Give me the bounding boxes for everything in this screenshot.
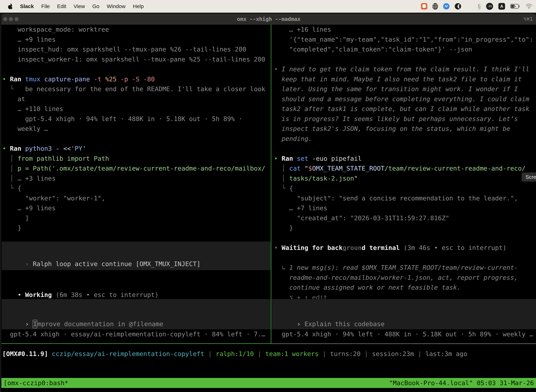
terminal-line — [2, 134, 270, 144]
terminal-line: at — [2, 94, 270, 104]
terminal-line: … +7 lines — [274, 203, 536, 213]
text-segment: "created_at": "2026-03-31T11:59:27.816Z" — [274, 215, 449, 222]
text-segment: tmux — [25, 75, 44, 83]
input-source-icon[interactable]: A — [498, 3, 505, 10]
text-segment: turns:20 — [330, 350, 360, 357]
terminal-line: │ cat "$OMX_TEAM_STATE_ROOT/team/review-… — [274, 163, 536, 173]
omx-status-line: [OMX#0.11.9] cczip/essay/ai-reimplementa… — [2, 349, 467, 359]
terminal-line: • Ran tmux capture-pane -t %25 -p -S -80 — [2, 74, 270, 84]
terminal-line — [2, 64, 270, 74]
usage-badge-icon[interactable]: ..61 — [486, 3, 493, 10]
text-segment: -t — [94, 75, 105, 83]
text-segment: should send a message before completing … — [274, 95, 529, 103]
terminal-line: is in progress? It seems likely but perh… — [274, 114, 536, 124]
terminal-line: • Ran python3 - <<'PY' — [2, 144, 270, 154]
terminal-line: weekly … — [2, 124, 270, 134]
terminal-line: } — [2, 223, 270, 233]
dots-grid-icon[interactable] — [466, 3, 472, 9]
text-segment: capture-pane — [44, 75, 94, 83]
terminal-line: inspect_hud: omx sparkshell --tmux-pane … — [2, 44, 270, 54]
text-segment: pending. — [274, 135, 312, 142]
tmux-status-bar: [omx-cczip0:bash* "MacBook-Pro-44.local"… — [1, 378, 536, 388]
menu-file[interactable]: File — [41, 3, 50, 9]
input-placeholder: mprove documentation in @filename — [38, 320, 163, 327]
terminal-line: inspect_worker-1: omx sparkshell --tmux-… — [2, 54, 270, 65]
text-segment: at — [2, 95, 25, 103]
left-pane-active-border — [1, 343, 271, 344]
text-segment: • — [274, 155, 282, 162]
terminal-line: • I need to get the claim token from the… — [274, 64, 536, 74]
menu-view[interactable]: View — [73, 3, 85, 9]
apple-menu-icon[interactable] — [8, 4, 13, 9]
text-segment: I need to get the claim token from the c… — [282, 65, 529, 73]
text-segment: readme-and-reco/mailbox/worker-1.json, a… — [274, 274, 518, 281]
menu-go[interactable]: Go — [92, 3, 99, 9]
menu-window[interactable]: Window — [107, 3, 125, 9]
window-shortcut-hint: ⌥⌘1 — [523, 14, 533, 25]
text-segment: /team/review-current-readme-and-reco/ — [385, 165, 526, 172]
terminal-line: readme-and-reco/mailbox/worker-1.json, a… — [274, 273, 536, 283]
text-segment: | — [254, 350, 265, 357]
screen-tooltip: Scre — [522, 173, 536, 182]
pane-divider[interactable] — [271, 25, 271, 343]
terminal-line: '{"team_name":"my-team","task_id":"1","f… — [274, 35, 536, 45]
right-pane-border — [271, 344, 536, 344]
text-segment: … +110 lines — [2, 105, 63, 112]
left-prompt-input[interactable]: › Improve documentation in @filename — [2, 299, 271, 329]
text-segment: inspect_hud: omx sparkshell --tmux-pane … — [2, 46, 246, 53]
window-title: omx --xhigh --madmax — [1, 14, 536, 25]
wifi-icon[interactable] — [526, 4, 532, 9]
text-segment: │ — [2, 165, 18, 172]
terminal-line: │ tasks/task-2.json" — [274, 173, 536, 183]
text-segment: … +3 lines — [18, 175, 56, 182]
tmux-host-clock: "MacBook-Pro-44.local" 05:03 31-Mar-26 — [389, 378, 534, 388]
terminal-line: … +110 lines — [2, 104, 270, 114]
text-segment: } — [2, 224, 21, 232]
screenshot-app-icon[interactable] — [421, 3, 427, 9]
right-model-status: gpt-5.4 xhigh · 94% left · 488K in · 5.1… — [274, 329, 533, 339]
terminal-line: └ { — [2, 183, 270, 193]
text-segment: | — [414, 350, 425, 357]
text-segment: └ — [2, 185, 18, 192]
text-segment: gpt-5.4 xhigh · 94% left · 488K in · 5.1… — [2, 115, 242, 122]
text-segment: "completed","claim_token":"claim-token"}… — [274, 46, 472, 53]
text-segment: -euo pipefail — [312, 155, 362, 162]
prompt-chevron-icon: › — [297, 320, 304, 327]
banner-prompt-icon: › — [25, 260, 33, 267]
terminal-line — [274, 253, 536, 263]
battery-charging-icon[interactable] — [510, 4, 520, 9]
menu-help[interactable]: Help — [133, 3, 144, 9]
text-segment: workspace_mode: worktree — [2, 26, 109, 33]
text-segment: └ — [2, 85, 25, 93]
clip-squiggle-icon[interactable]: § — [478, 3, 481, 10]
text-segment: └ — [274, 185, 289, 192]
text-segment: " — [354, 175, 358, 182]
terminal-line: ] — [2, 213, 270, 223]
ralph-banner: › Ralph loop active continue [OMX_TMUX_I… — [2, 242, 271, 270]
terminal-line: • Ran set -euo pipefail — [274, 154, 536, 164]
sync-badge-icon[interactable] — [443, 3, 450, 9]
text-segment: groun — [343, 244, 362, 251]
terminal-line: … +9 lines — [2, 203, 270, 213]
privacy-shield-icon[interactable] — [433, 3, 438, 9]
text-segment: OMX_TEAM_STATE_ROOT — [312, 165, 385, 172]
text-cursor: I — [33, 320, 37, 328]
menu-edit[interactable]: Edit — [57, 3, 66, 9]
terminal-line: │ p = Path('.omx/state/team/review-curre… — [2, 163, 270, 173]
terminal-line — [274, 54, 536, 65]
terminal-window: omx --xhigh --madmax ⌥⌘1 workspace_mode:… — [1, 14, 536, 392]
text-segment: ralph:1/10 — [216, 350, 254, 357]
terminal-line: [OMX#0.11.9] cczip/essay/ai-reimplementa… — [2, 349, 467, 359]
working-label: Working — [25, 291, 52, 299]
left-model-status: gpt-5.4 xhigh · essay/ai-reimplementatio… — [2, 329, 265, 339]
right-prompt-input[interactable]: › Explain this codebase — [272, 299, 536, 329]
text-segment: [OMX#0.11.9] — [2, 350, 48, 357]
menu-app-slack[interactable]: Slack — [20, 3, 34, 9]
moon-circle-icon[interactable] — [455, 3, 461, 9]
text-segment: p = Path('.omx/state/team/review-current… — [18, 165, 265, 172]
text-segment: Ran — [10, 145, 25, 152]
text-segment: (3m 46s • esc to interrupt) — [400, 244, 507, 251]
text-segment — [48, 350, 52, 357]
right-pane-output: … +16 lines '{"team_name":"my-team","tas… — [274, 25, 536, 303]
text-segment: • — [2, 145, 10, 152]
